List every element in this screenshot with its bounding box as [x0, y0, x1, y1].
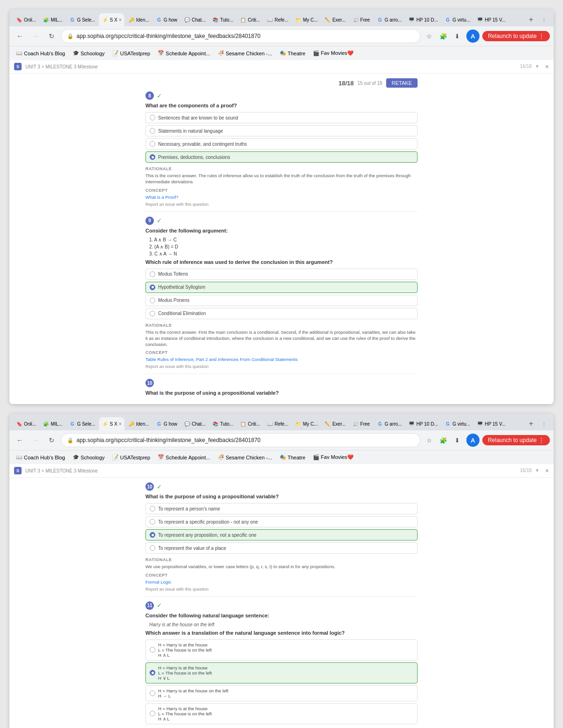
tab2-exer[interactable]: ✏️ Exer... [321, 417, 348, 430]
question-9-option-1[interactable]: Hypothetical Syllogism [145, 282, 418, 293]
tab2-ghow[interactable]: G G how [153, 417, 180, 430]
bookmark2-schoology[interactable]: 🎓 Schoology [70, 453, 107, 461]
bookmark-star-icon-2[interactable]: ☆ [423, 434, 435, 446]
bookmark2-theatre[interactable]: 🎭 Theatre [277, 453, 308, 461]
report-8-link[interactable]: Report an issue with this question [145, 202, 418, 207]
relaunch-button[interactable]: Relaunch to update ⋮ [482, 31, 550, 41]
concept-9-link[interactable]: Table Rules of Inference, Part 2 and Inf… [145, 357, 297, 362]
bookmark2-favmovies[interactable]: 🎬 Fav Movies❤️ [310, 453, 357, 461]
tab2-myc[interactable]: 📁 My C... [292, 417, 321, 430]
tab-ghow[interactable]: G G how [153, 13, 180, 26]
question-11-option-0[interactable]: H = Harry is at the house L = The house … [145, 639, 418, 660]
question-11-option-2[interactable]: H = Harry is at the house on the left H … [145, 685, 418, 701]
new-tab-button[interactable]: + [525, 13, 538, 26]
question-9-option-0[interactable]: Modus Tollens [145, 269, 418, 280]
bookmark-schedule[interactable]: 📅 Schedule Appoint... [155, 49, 213, 57]
close-button-2[interactable]: × [545, 467, 549, 474]
tab-exer[interactable]: ✏️ Exer... [321, 13, 348, 26]
bookmark2-schedule[interactable]: 📅 Schedule Appoint... [155, 453, 213, 461]
tab2-refe[interactable]: 📖 Refe... [264, 417, 291, 430]
concept-10-link[interactable]: Formal Logic [145, 579, 171, 585]
bookmark-favmovies[interactable]: 🎬 Fav Movies❤️ [310, 49, 357, 57]
downloads-icon-2[interactable]: ⬇ [451, 434, 464, 446]
reload-button-2[interactable]: ↻ [45, 434, 58, 447]
tab-chat[interactable]: 💬 Chat... [181, 13, 208, 26]
extensions-icon[interactable]: 🧩 [437, 30, 449, 42]
tab-criti[interactable]: 📋 Criti... [237, 13, 263, 26]
close-button-1[interactable]: × [545, 63, 549, 70]
scroll-down-icon[interactable]: ▼ [535, 64, 540, 69]
tab-myc[interactable]: 📁 My C... [292, 13, 321, 26]
bookmark2-sesame[interactable]: 🍜 Sesame Chicken -... [215, 453, 275, 461]
tab2-garro[interactable]: G G arro... [374, 417, 405, 430]
question-8-option-0[interactable]: Sentences that are known to be sound [145, 112, 418, 123]
question-8-option-3[interactable]: Premises, deductions, conclusions [145, 151, 418, 163]
tab2-hp15[interactable]: 🖥️ HP 15 V... [474, 417, 508, 430]
tab-sophia-active[interactable]: ⚡ S X × [99, 13, 124, 26]
tab-free[interactable]: 📰 Free [350, 13, 373, 26]
bookmark2-coachhub[interactable]: 📖 Coach Hub's Blog [13, 453, 68, 461]
tab-garro[interactable]: G G arro... [374, 13, 405, 26]
relaunch-button-2[interactable]: Relaunch to update ⋮ [482, 435, 550, 445]
forward-button-2[interactable]: → [29, 434, 42, 447]
question-10-option-1[interactable]: To represent a specific proposition - no… [145, 516, 418, 527]
url-bar-1[interactable]: 🔒 app.sophia.org/spcc/critical-thinking/… [61, 29, 420, 43]
extensions-icon-2[interactable]: 🧩 [437, 434, 449, 446]
bookmark-sesame[interactable]: 🍜 Sesame Chicken -... [215, 49, 275, 57]
tab2-online[interactable]: 🔖 Onli... [13, 417, 39, 430]
tab-menu-button[interactable]: ⋮ [538, 14, 550, 26]
tab-iden[interactable]: 🔑 Iden... [125, 13, 152, 26]
tab2-criti[interactable]: 📋 Criti... [237, 417, 263, 430]
tab2-chat[interactable]: 💬 Chat... [181, 417, 208, 430]
question-10-option-3[interactable]: To represent the value of a place [145, 542, 418, 554]
tab2-free[interactable]: 📰 Free [350, 417, 373, 430]
question-10-option-2[interactable]: To represent any proposition, not a spec… [145, 529, 418, 540]
report-10-link[interactable]: Report an issue with this question [145, 587, 418, 592]
question-9-option-3[interactable]: Conditional Elimination [145, 308, 418, 319]
question-11-option-3[interactable]: H = Harry is at the house L = The house … [145, 703, 418, 724]
forward-button[interactable]: → [29, 30, 42, 43]
retake-button[interactable]: RETAKE [386, 78, 418, 88]
tab2-gvirtu[interactable]: G G virtu... [441, 417, 473, 430]
tab2-mil[interactable]: 🧩 MIL... [40, 417, 65, 430]
question-11-option-1[interactable]: H = Harry is at the house L = The house … [145, 662, 418, 683]
address-bar-2: ← → ↻ 🔒 app.sophia.org/spcc/critical-thi… [9, 430, 554, 450]
tab2-hp10[interactable]: 🖥️ HP 10 D... [405, 417, 441, 430]
profile-button-2[interactable]: A [466, 434, 479, 447]
bookmark2-usatestprep[interactable]: 📝 USATestprep [109, 453, 153, 461]
tab-close-icon[interactable]: × [119, 17, 122, 23]
bookmark-coachhub[interactable]: 📖 Coach Hub's Blog [13, 49, 68, 57]
bookmark-schoology[interactable]: 🎓 Schoology [70, 49, 107, 57]
tab-hp10[interactable]: 🖥️ HP 10 D... [405, 13, 441, 26]
url-bar-2[interactable]: 🔒 app.sophia.org/spcc/critical-thinking/… [61, 433, 420, 447]
bookmark-star-icon[interactable]: ☆ [423, 30, 435, 42]
tab-mil[interactable]: 🧩 MIL... [40, 13, 65, 26]
tab-gvirtu[interactable]: G G virtu... [441, 13, 473, 26]
tab2-close-icon[interactable]: × [119, 421, 122, 427]
bookmark-usatestprep[interactable]: 📝 USATestprep [109, 49, 153, 57]
tab-gsele[interactable]: G G Sele... [66, 13, 98, 26]
reload-button[interactable]: ↻ [45, 30, 58, 43]
tab2-menu-button[interactable]: ⋮ [538, 418, 550, 430]
new-tab-button-2[interactable]: + [525, 417, 538, 430]
back-button-2[interactable]: ← [13, 434, 26, 447]
bookmark-theatre[interactable]: 🎭 Theatre [277, 49, 308, 57]
tab2-sophia-active[interactable]: ⚡ S X × [99, 417, 124, 430]
concept-8-link[interactable]: What is a Proof? [145, 195, 178, 200]
scroll-down-icon-2[interactable]: ▼ [535, 468, 540, 473]
tab-hp15[interactable]: 🖥️ HP 15 V... [474, 13, 508, 26]
question-8-option-2[interactable]: Necessary, provable, and contingent trut… [145, 138, 418, 150]
question-9-option-2[interactable]: Modus Ponens [145, 295, 418, 306]
tab-refe[interactable]: 📖 Refe... [264, 13, 291, 26]
question-8-option-1[interactable]: Statements in natural language [145, 125, 418, 136]
tab2-tuto[interactable]: 📚 Tuto... [209, 417, 236, 430]
back-button[interactable]: ← [13, 30, 26, 43]
tab-tuto[interactable]: 📚 Tuto... [209, 13, 236, 26]
report-9-link[interactable]: Report an issue with this question [145, 364, 418, 369]
tab2-gsele[interactable]: G G Sele... [66, 417, 98, 430]
question-10-option-0[interactable]: To represent a person's name [145, 503, 418, 514]
downloads-icon[interactable]: ⬇ [451, 30, 464, 42]
tab-online[interactable]: 🔖 Onli... [13, 13, 39, 26]
profile-button[interactable]: A [466, 30, 479, 43]
tab2-iden[interactable]: 🔑 Iden... [125, 417, 152, 430]
